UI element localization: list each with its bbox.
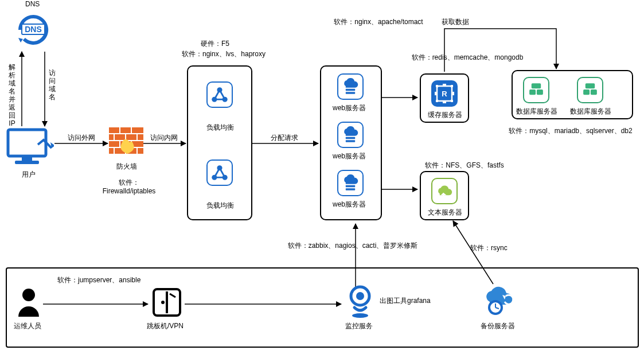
cache-soft-label: 软件：redis、memcache、mongodb [401,53,533,63]
svg-rect-22 [109,134,114,140]
web-label-2: web服务器 [333,151,366,161]
svg-rect-15 [22,156,32,161]
svg-point-73 [356,292,364,300]
svg-rect-59 [452,92,454,95]
db-icon-1 [523,77,549,103]
dns-icon: DNS [15,11,52,48]
svg-line-42 [214,168,220,177]
svg-point-67 [22,289,35,301]
ops-label: 运维人员 [14,321,41,331]
svg-rect-24 [126,134,136,140]
lb-icon-2 [206,160,233,186]
bastion-label: 跳板机/VPN [147,321,184,331]
svg-rect-66 [591,90,597,95]
lb-soft-label: 软件：nginx、lvs、haproxy [172,49,275,59]
db-soft-label: 软件：mysql、mariadb、sqlserver、db2 [505,126,637,136]
svg-rect-19 [109,127,119,133]
svg-rect-57 [443,101,446,103]
svg-rect-61 [532,83,541,88]
file-label: 文本服务器 [428,208,462,217]
svg-marker-13 [18,38,23,42]
monitor-label: 监控服务 [345,321,373,331]
backup-soft-label: 软件：rsync [470,243,508,253]
svg-rect-32 [138,148,143,154]
svg-text:DNS: DNS [25,25,42,34]
file-soft-label: 软件：NFS、GFS、fastfs [407,161,522,170]
svg-line-43 [220,168,225,177]
file-icon [431,178,458,204]
web-icon-3 [337,170,364,196]
architecture-diagram: DNS DNS 解析域名并返回IP 访问域名 用户 访问外网 防火墙 软件： F… [0,0,644,354]
lb-icon-1 [206,81,233,108]
svg-rect-23 [115,134,125,140]
ops-icon [16,287,41,317]
fetch-label: 获取数据 [442,17,469,27]
svg-rect-48 [346,140,355,142]
svg-text:R: R [442,90,447,98]
svg-rect-63 [537,90,543,95]
grafana-label: 出图工具grafana [380,296,431,306]
svg-rect-52 [436,85,438,87]
monitor-soft-label: 软件：zabbix、nagios、cacti、普罗米修斯 [281,241,424,251]
db-label-2: 数据库服务器 [570,107,611,116]
backup-label: 备份服务器 [481,321,515,331]
web-label-3: web服务器 [333,200,366,209]
svg-rect-50 [346,188,355,190]
svg-rect-56 [443,84,446,86]
svg-line-37 [220,90,225,99]
dispatch-label: 分配请求 [271,133,298,143]
dns-visit-label: 访问域名 [48,69,56,101]
svg-rect-53 [451,85,453,87]
cache-icon: R [431,80,458,107]
svg-rect-65 [583,90,590,95]
svg-rect-29 [109,148,114,154]
svg-rect-55 [451,100,453,102]
lb-label-2: 负载均衡 [206,201,234,211]
svg-rect-49 [346,185,355,188]
web-soft-label: 软件：nginx、apache/tomact [321,17,436,27]
svg-rect-47 [346,137,355,139]
dns-resolve-label: 解析域名并返回IP [8,63,16,127]
web-icon-2 [337,122,364,148]
firewall-soft: Firewalld/iptables [92,187,166,195]
svg-rect-21 [132,127,143,133]
firewall-soft-lbl: 软件： [92,178,166,188]
firewall-label: 防火墙 [116,162,137,172]
db-label-1: 数据库服务器 [516,107,557,116]
bastion-soft-label: 软件：jumpserver、ansible [57,275,140,285]
monitor-icon [344,285,376,319]
user-icon [6,127,54,165]
svg-line-71 [170,294,175,297]
svg-rect-64 [586,83,595,88]
svg-rect-54 [436,100,438,102]
lb-label-1: 负载均衡 [206,123,234,133]
svg-rect-46 [346,92,355,94]
svg-line-36 [214,90,220,99]
svg-point-70 [161,301,165,304]
svg-point-74 [352,313,368,318]
web-icon-1 [337,73,364,100]
firewall-icon [109,127,143,158]
svg-rect-26 [109,141,119,147]
intranet-label: 访问内网 [150,133,178,143]
db-icon-2 [577,77,603,103]
internet-label: 访问外网 [68,133,95,143]
user-label: 用户 [22,170,36,180]
svg-rect-25 [138,134,143,140]
svg-rect-58 [435,92,437,95]
svg-rect-16 [15,161,39,164]
svg-rect-45 [346,89,355,91]
bastion-icon [150,286,184,319]
svg-rect-62 [529,90,536,95]
lb-hard-label: 硬件：F5 [201,39,229,49]
dns-label: DNS [25,0,40,8]
web-label-1: web服务器 [333,103,366,113]
svg-rect-20 [120,127,131,133]
cache-label: 缓存服务器 [428,110,462,120]
backup-icon [479,282,516,317]
